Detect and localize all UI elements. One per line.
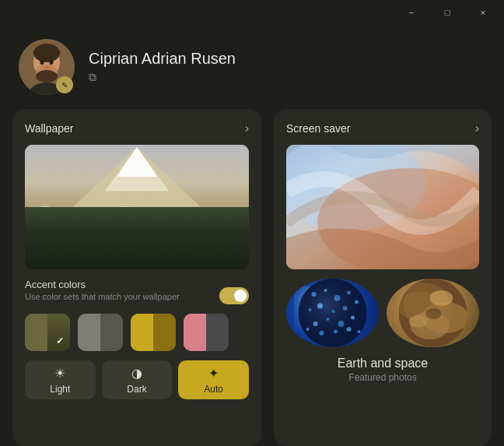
svg-rect-45: [153, 314, 176, 351]
screensaver-info: Earth and space Featured photos: [286, 356, 479, 383]
svg-marker-30: [201, 212, 217, 231]
auto-icon: ✦: [208, 366, 219, 381]
svg-rect-40: [47, 314, 70, 351]
svg-marker-29: [189, 209, 205, 230]
svg-rect-33: [25, 239, 249, 269]
svg-marker-13: [25, 207, 137, 223]
svg-marker-20: [73, 209, 89, 230]
svg-marker-23: [111, 207, 131, 231]
swatch-4-svg: [184, 314, 229, 351]
svg-point-37: [152, 208, 163, 212]
accent-colors-desc: Use color sets that match your wallpaper: [25, 292, 180, 301]
svg-marker-19: [62, 213, 75, 231]
pencil-icon: ✎: [61, 81, 68, 90]
light-theme-button[interactable]: ☀ Light: [25, 360, 96, 399]
svg-marker-28: [178, 213, 191, 231]
svg-marker-26: [153, 212, 170, 231]
auto-theme-button[interactable]: ✦ Auto: [178, 360, 249, 399]
auto-label: Auto: [204, 384, 223, 395]
svg-rect-15: [25, 215, 249, 269]
screensaver-main-preview[interactable]: [286, 145, 479, 269]
svg-rect-46: [184, 314, 206, 351]
screensaver-card-arrow[interactable]: ›: [475, 121, 479, 135]
svg-marker-14: [137, 207, 249, 223]
svg-point-4: [36, 70, 58, 83]
dark-icon: ◑: [131, 366, 142, 381]
avatar-edit-button[interactable]: ✎: [56, 76, 73, 93]
svg-point-38: [195, 208, 206, 212]
svg-point-2: [33, 44, 60, 62]
profile-link[interactable]: ⧉: [89, 71, 236, 84]
profile-info: Ciprian Adrian Rusen ⧉: [89, 50, 236, 84]
svg-point-6: [40, 60, 44, 65]
light-icon: ☀: [54, 366, 65, 381]
svg-marker-24: [129, 211, 145, 231]
swatch-2-svg: [78, 314, 123, 351]
color-swatch-3[interactable]: [131, 314, 176, 351]
external-link-icon: ⧉: [89, 71, 96, 84]
profile-name: Ciprian Adrian Rusen: [89, 50, 236, 68]
screensaver-card-title: Screen saver: [286, 122, 350, 135]
screensaver-category-title: Earth and space: [286, 356, 479, 370]
svg-point-41: [53, 337, 62, 346]
swatch-3-svg: [131, 314, 176, 351]
accent-colors-toggle[interactable]: [219, 287, 249, 304]
screensaver-card-header: Screen saver ›: [286, 121, 479, 135]
svg-point-34: [38, 205, 51, 212]
wallpaper-image-svg: [25, 145, 249, 269]
svg-rect-47: [206, 314, 229, 351]
wallpaper-card-arrow[interactable]: ›: [245, 121, 249, 135]
svg-rect-71: [299, 279, 367, 347]
svg-marker-32: [223, 207, 243, 231]
svg-point-8: [44, 66, 49, 69]
svg-marker-16: [34, 215, 47, 231]
screensaver-main-svg: [286, 145, 479, 269]
svg-marker-18: [49, 211, 65, 231]
wallpaper-preview[interactable]: [25, 145, 249, 269]
screensaver-category-sub: Featured photos: [286, 372, 479, 383]
svg-point-7: [50, 60, 54, 65]
dark-label: Dark: [127, 384, 146, 395]
accent-colors-section: Accent colors Use color sets that match …: [25, 279, 249, 304]
screensaver-card: Screen saver ›: [274, 109, 492, 446]
minimize-button[interactable]: −: [394, 0, 429, 25]
svg-point-79: [426, 308, 442, 319]
avatar: ✎: [19, 39, 75, 95]
light-label: Light: [50, 384, 70, 395]
wallpaper-card: Wallpaper ›: [12, 109, 261, 446]
svg-marker-17: [29, 207, 45, 227]
svg-marker-31: [213, 210, 229, 231]
svg-rect-39: [25, 314, 47, 351]
svg-point-36: [117, 205, 132, 211]
screensaver-thumb-1[interactable]: [286, 279, 379, 347]
maximize-button[interactable]: □: [429, 0, 465, 25]
color-swatch-1[interactable]: [25, 314, 70, 351]
swatch-1-svg: [25, 314, 70, 351]
svg-marker-25: [141, 209, 157, 230]
profile-section: ✎ Ciprian Adrian Rusen ⧉: [0, 25, 504, 109]
wallpaper-card-header: Wallpaper ›: [25, 121, 249, 135]
svg-rect-44: [131, 314, 153, 351]
svg-marker-21: [86, 212, 99, 231]
thumb-earth-svg: [387, 279, 479, 347]
screensaver-thumb-2[interactable]: [387, 279, 479, 347]
dark-theme-button[interactable]: ◑ Dark: [102, 360, 173, 399]
svg-point-35: [79, 208, 90, 212]
screensaver-thumbnails: [286, 279, 479, 347]
close-button[interactable]: ×: [465, 0, 501, 25]
cards-container: Wallpaper ›: [0, 109, 504, 446]
thumb-blue-svg: [286, 279, 379, 347]
svg-point-78: [409, 315, 428, 328]
color-swatch-2[interactable]: [78, 314, 123, 351]
color-swatches-row: [25, 314, 249, 351]
svg-marker-22: [97, 210, 114, 231]
color-swatch-4[interactable]: [184, 314, 229, 351]
svg-marker-27: [165, 210, 181, 231]
titlebar: − □ ×: [0, 0, 504, 25]
svg-rect-43: [100, 314, 123, 351]
svg-rect-42: [78, 314, 100, 351]
theme-buttons-row: ☀ Light ◑ Dark ✦ Auto: [25, 360, 249, 399]
svg-point-77: [430, 290, 453, 306]
wallpaper-card-title: Wallpaper: [25, 122, 74, 135]
